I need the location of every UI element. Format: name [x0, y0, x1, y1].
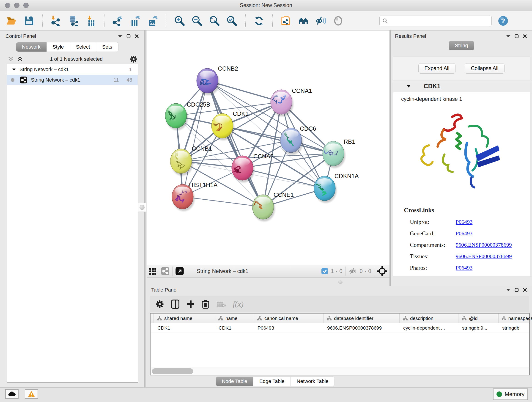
cloud-status-button[interactable] [5, 389, 19, 399]
tab-edge-table[interactable]: Edge Table [253, 377, 291, 386]
column-header-canonical-name[interactable]: canonical name [254, 313, 323, 323]
tab-network-table[interactable]: Network Table [291, 377, 335, 386]
export-image-button[interactable] [147, 15, 158, 27]
delete-column-icon[interactable] [202, 300, 209, 309]
import-network-from-file-button[interactable] [50, 15, 62, 27]
panel-menu-icon[interactable] [118, 35, 122, 38]
crosslink-genecard[interactable]: P06493 [456, 230, 530, 237]
hidden-node-edge-counts: 0 - 0 [360, 268, 371, 274]
left-splitter-handle[interactable] [138, 203, 146, 212]
memory-button[interactable]: Memory [493, 389, 528, 400]
zoom-selected-button[interactable] [226, 15, 238, 27]
export-network-button[interactable] [112, 15, 124, 27]
tab-style[interactable]: Style [47, 42, 70, 51]
horizontal-scrollbar[interactable] [151, 367, 529, 375]
cell-name[interactable]: CDK1 [215, 323, 254, 332]
zoom-fit-button[interactable] [209, 15, 220, 27]
float-panel-icon[interactable] [127, 34, 131, 38]
save-session-button[interactable] [23, 15, 35, 27]
gene-section-header[interactable]: CDK1 [393, 81, 530, 92]
close-panel-icon[interactable] [135, 34, 139, 38]
close-panel-icon[interactable] [523, 34, 527, 38]
copy-network-button[interactable] [280, 15, 292, 27]
birdseye-navigator-icon[interactable] [377, 266, 387, 276]
cell-database-identifier[interactable]: 9606.ENSP00000378699 [323, 323, 399, 332]
first-neighbors-button[interactable] [298, 15, 309, 27]
help-button[interactable]: ? [497, 15, 509, 27]
network-node-CCNE1[interactable]: CCNE1 [249, 191, 294, 221]
crosslink-tissues[interactable]: 9606.ENSP00000378699 [456, 253, 530, 260]
tree-expand-icon[interactable] [12, 68, 16, 71]
table-row[interactable]: CDK1CDK1P064939606.ENSP00000378699cyclin… [151, 323, 529, 333]
selected-checkbox-icon[interactable] [321, 268, 328, 274]
zoom-window-button[interactable] [23, 3, 29, 8]
zoom-out-button[interactable] [191, 15, 203, 27]
cell-canonical-name[interactable]: P06493 [254, 323, 323, 332]
network-node-RB1[interactable]: RB1 [320, 138, 355, 168]
column-header-database-identifier[interactable]: database identifier [323, 313, 399, 323]
cell--id[interactable]: stringdb:9... [458, 323, 499, 332]
column-header-name[interactable]: name [215, 313, 254, 323]
add-column-icon[interactable] [186, 300, 195, 308]
tab-sets[interactable]: Sets [96, 42, 118, 51]
tab-network[interactable]: Network [16, 42, 47, 51]
network-node-CDC6[interactable]: CDC6 [280, 125, 316, 155]
collapse-all-button[interactable]: Collapse All [465, 63, 505, 74]
network-collection-row[interactable]: String Network – cdk1 1 [7, 64, 138, 75]
show-columns-icon[interactable] [171, 299, 180, 309]
network-node-CDKN1A[interactable]: CDKN1A [314, 172, 359, 203]
cell-namespace[interactable]: stringdb [499, 323, 532, 332]
column-header-namespace[interactable]: namespace [499, 313, 532, 323]
warnings-button[interactable] [25, 389, 38, 399]
collapse-all-icon[interactable] [8, 56, 14, 62]
network-canvas[interactable]: CCNB2CCNA1CDC25BCDK1CDC6RB1CCNB1CCNA2CDK… [147, 31, 389, 265]
grid-view-icon[interactable] [149, 267, 157, 275]
network-node-HIST1H1A[interactable]: HIST1H1A [172, 182, 218, 211]
network-node-CCNB1[interactable]: CCNB1 [170, 145, 212, 176]
cell-description[interactable]: cyclin-dependent ... [399, 323, 458, 332]
network-edge-HIST1H1A-CCNE1[interactable] [183, 197, 263, 207]
expand-all-button[interactable]: Expand All [418, 63, 456, 74]
export-table-button[interactable] [129, 15, 141, 27]
network-edge-CCNB2-HIST1H1A[interactable] [183, 81, 207, 197]
crosslink-uniprot[interactable]: P06493 [456, 219, 530, 225]
column-header-shared-name[interactable]: shared name [154, 313, 215, 323]
crosslink-pharos[interactable]: P06493 [456, 265, 530, 271]
network-node-CCNB2[interactable]: CCNB2 [196, 65, 238, 95]
network-node-CDC25B[interactable]: CDC25B [165, 101, 210, 130]
tab-node-table[interactable]: Node Table [216, 377, 253, 386]
panel-menu-icon[interactable] [506, 35, 510, 38]
panel-menu-icon[interactable] [506, 288, 510, 292]
network-row-selected[interactable]: String Network – cdk1 11 48 [7, 75, 138, 85]
float-panel-icon[interactable] [515, 288, 519, 292]
column-header-description[interactable]: description [399, 313, 458, 323]
node-label-CCNB1: CCNB1 [192, 145, 212, 152]
tab-string[interactable]: String [449, 41, 474, 50]
cell-shared-name[interactable]: CDK1 [154, 323, 215, 332]
detach-view-icon[interactable] [175, 267, 184, 275]
expand-all-icon[interactable] [17, 56, 23, 62]
close-panel-icon[interactable] [523, 288, 527, 292]
table-options-gear-icon[interactable] [155, 300, 164, 308]
close-window-button[interactable] [5, 3, 10, 8]
string-view-icon[interactable] [161, 267, 170, 275]
section-collapse-icon[interactable] [407, 85, 411, 88]
crosslink-compartments[interactable]: 9606.ENSP00000378699 [456, 242, 530, 248]
network-options-gear-icon[interactable] [130, 55, 138, 63]
search-input[interactable] [390, 18, 486, 24]
open-file-button[interactable] [6, 15, 17, 27]
column-header--id[interactable]: @id [458, 313, 499, 323]
tab-select[interactable]: Select [70, 42, 96, 51]
float-panel-icon[interactable] [515, 34, 519, 38]
import-table-from-file-button[interactable] [85, 15, 97, 27]
import-network-from-database-button[interactable] [67, 15, 79, 27]
horizontal-splitter-handle[interactable] [337, 280, 344, 284]
scrollbar-thumb[interactable] [152, 368, 193, 374]
hide-selected-button[interactable] [315, 15, 327, 27]
network-edge-CDK1-RB1[interactable] [222, 126, 333, 153]
minimize-window-button[interactable] [14, 3, 19, 8]
show-graphics-details-button[interactable] [332, 15, 344, 27]
network-node-CDK1[interactable]: CDK1 [211, 110, 249, 140]
refresh-button[interactable] [253, 15, 265, 27]
zoom-in-button[interactable] [174, 15, 186, 27]
